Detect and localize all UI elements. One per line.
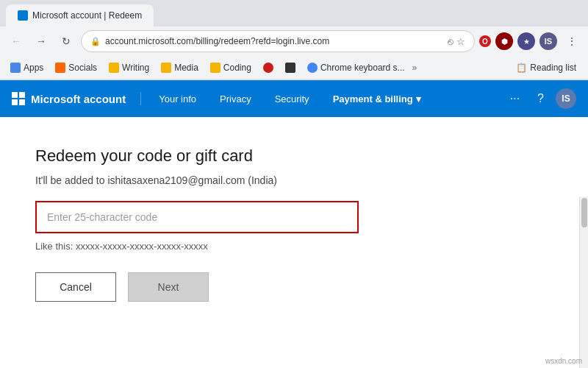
lock-icon: 🔒 [90, 37, 101, 46]
address-icons: ⎋ ☆ [448, 36, 465, 47]
opera-favicon [263, 63, 273, 73]
bookmark-socials[interactable]: Socials [51, 61, 101, 74]
cancel-button[interactable]: Cancel [35, 272, 116, 302]
ms-nav: Your info Privacy Security Payment & bil… [147, 80, 504, 117]
tab-title: Microsoft account | Redeem [32, 10, 142, 21]
browser-chrome: Microsoft account | Redeem ← → ↻ 🔒 accou… [0, 0, 588, 80]
ms-header-right: ··· ? IS [504, 88, 576, 109]
bookmark-apps-label: Apps [24, 63, 43, 73]
address-bar-row: ← → ↻ 🔒 account.microsoft.com/billing/re… [0, 26, 588, 56]
scrollbar[interactable] [579, 197, 588, 368]
scrollbar-thumb[interactable] [581, 198, 587, 227]
bookmark-socials-label: Socials [68, 63, 97, 73]
bookmark-writing[interactable]: Writing [104, 61, 154, 74]
bookmark-dark[interactable] [281, 61, 300, 74]
back-button[interactable]: ← [6, 31, 26, 52]
code-input[interactable] [35, 201, 359, 233]
address-bar[interactable]: 🔒 account.microsoft.com/billing/redeem?r… [81, 30, 475, 52]
bookmark-media[interactable]: Media [157, 61, 203, 74]
button-row: Cancel Next [35, 272, 553, 302]
watermark: wsxdn.com [545, 357, 582, 365]
ms-logo-text: Microsoft account [31, 93, 126, 105]
refresh-button[interactable]: ↻ [56, 31, 76, 52]
bookmark-writing-label: Writing [122, 63, 149, 73]
next-button[interactable]: Next [128, 272, 209, 302]
bookmark-media-label: Media [174, 63, 198, 73]
nav-payment-billing-label: Payment & billing [333, 93, 413, 105]
profile-avatar[interactable]: IS [539, 32, 557, 50]
ms-header: Microsoft account Your info Privacy Secu… [0, 80, 588, 117]
help-icon[interactable]: ? [531, 89, 550, 108]
forward-button[interactable]: → [31, 31, 51, 52]
media-favicon [161, 63, 171, 73]
main-content: Redeem your code or gift card It'll be a… [0, 117, 588, 368]
ms-logo[interactable]: Microsoft account [12, 92, 141, 105]
bookmark-apps[interactable]: Apps [6, 61, 48, 74]
coding-favicon [210, 63, 220, 73]
tab-bar: Microsoft account | Redeem [0, 0, 588, 26]
reading-list-icon: 📋 [516, 63, 527, 73]
bookmarks-bar: Apps Socials Writing Media Coding Chrome… [0, 56, 588, 79]
star-icon: ☆ [456, 36, 465, 47]
menu-button[interactable]: ⋮ [562, 31, 582, 52]
page-title: Redeem your code or gift card [35, 146, 553, 166]
writing-favicon [109, 63, 119, 73]
opera-icon: O [479, 35, 491, 47]
page-wrapper: Redeem your code or gift card It'll be a… [0, 117, 588, 368]
more-options-icon[interactable]: ··· [504, 89, 526, 108]
nav-your-info[interactable]: Your info [147, 80, 208, 117]
hint-text: Like this: xxxxx-xxxxx-xxxxx-xxxxx-xxxxx [35, 241, 553, 252]
code-input-wrapper [35, 201, 553, 233]
ms-logo-grid [12, 92, 25, 105]
share-icon: ⎋ [448, 36, 453, 47]
address-text: account.microsoft.com/billing/redeem?ref… [105, 36, 443, 46]
bookmarks-more[interactable]: » [412, 63, 417, 73]
reading-list-label: Reading list [530, 63, 576, 73]
page-subtitle: It'll be added to ishitasaxena2109@gmail… [35, 174, 553, 186]
extension-icon: ★ [517, 32, 535, 50]
google-favicon [307, 63, 318, 73]
bookmark-google[interactable]: Chrome keyboard s... [303, 61, 409, 74]
apps-favicon [10, 63, 21, 73]
nav-payment-billing[interactable]: Payment & billing ▾ [321, 80, 433, 117]
bookmark-coding[interactable]: Coding [206, 61, 256, 74]
bookmark-coding-label: Coding [223, 63, 251, 73]
active-tab[interactable]: Microsoft account | Redeem [6, 4, 154, 26]
bookmark-google-label: Chrome keyboard s... [320, 63, 405, 73]
browser-icon: ⬢ [495, 32, 513, 50]
nav-security[interactable]: Security [263, 80, 321, 117]
nav-privacy[interactable]: Privacy [208, 80, 263, 117]
reading-list-button[interactable]: 📋 Reading list [510, 61, 582, 74]
user-avatar[interactable]: IS [556, 88, 576, 109]
tab-favicon [18, 10, 28, 21]
socials-favicon [55, 63, 65, 73]
dark-favicon [285, 63, 295, 73]
chevron-down-icon: ▾ [416, 93, 421, 105]
bookmark-opera[interactable] [259, 61, 278, 74]
